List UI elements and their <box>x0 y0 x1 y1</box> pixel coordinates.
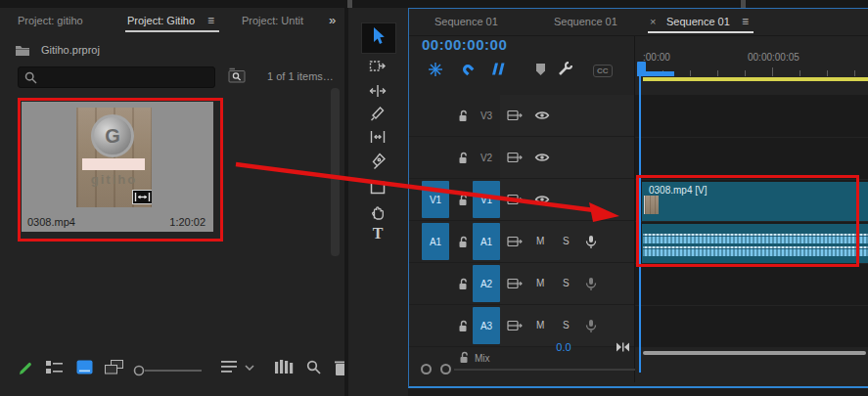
sync-lock-icon[interactable] <box>507 236 523 247</box>
selection-tool-icon[interactable] <box>369 26 387 44</box>
track-lock-icon[interactable] <box>457 152 469 164</box>
linked-selection-icon[interactable] <box>490 62 506 76</box>
zoom-handle-left[interactable] <box>421 364 432 374</box>
solo-track-button[interactable]: S <box>563 320 570 330</box>
nest-sequence-icon[interactable] <box>428 62 443 77</box>
sync-lock-icon[interactable] <box>507 320 523 331</box>
voiceover-mic-icon[interactable] <box>584 235 598 249</box>
track-target-v1[interactable]: V1 <box>473 181 500 218</box>
icon-view-icon[interactable] <box>76 360 93 374</box>
mute-track-button[interactable]: M <box>536 278 544 288</box>
zoom-scrollbar-track[interactable] <box>454 369 635 371</box>
source-patch-v1[interactable]: V1 <box>422 181 449 218</box>
track-select-forward-tool-icon[interactable] <box>369 58 387 75</box>
horizontal-scrollbar[interactable] <box>643 351 866 355</box>
slip-tool-icon[interactable] <box>369 128 387 146</box>
tab-sequence-2[interactable]: Sequence 01 <box>554 16 617 27</box>
panel-menu-icon[interactable]: ≡ <box>742 15 749 28</box>
sync-lock-icon[interactable] <box>507 278 523 289</box>
toggle-track-output-eye-icon[interactable] <box>534 110 550 120</box>
mix-volume-value[interactable]: 0.0 <box>534 341 593 353</box>
playhead-line[interactable] <box>639 62 641 373</box>
sync-lock-icon[interactable] <box>507 110 523 121</box>
track-lock-icon[interactable] <box>457 278 469 290</box>
tools-panel: T <box>348 8 408 396</box>
list-view-icon[interactable] <box>46 360 63 374</box>
timeline-audio-clip[interactable] <box>642 224 868 263</box>
track-lock-icon[interactable] <box>457 194 469 206</box>
voiceover-mic-icon[interactable] <box>584 319 598 333</box>
trash-icon[interactable] <box>335 360 344 375</box>
pen-tool-icon[interactable] <box>369 153 387 170</box>
track-target-v3[interactable]: V3 <box>473 95 500 136</box>
premiere-workspace: Project: gitiho Project: Gitiho ≡ Projec… <box>0 0 868 396</box>
mute-track-button[interactable]: M <box>536 236 544 246</box>
active-tab-underline <box>648 31 754 33</box>
read-write-pencil-icon[interactable] <box>18 360 34 376</box>
find-icon[interactable] <box>306 360 321 374</box>
voiceover-mic-icon[interactable] <box>584 277 598 291</box>
video-clip-label: 0308.mp4 [V] <box>649 185 707 196</box>
track-lock-icon[interactable] <box>457 110 469 122</box>
zoom-handle-right[interactable] <box>440 364 451 374</box>
rectangle-tool-icon[interactable] <box>369 180 387 198</box>
track-lock-icon[interactable] <box>458 351 470 364</box>
panel-menu-icon[interactable]: ≡ <box>207 14 214 27</box>
hand-tool-icon[interactable] <box>369 202 387 220</box>
razor-tool-icon[interactable] <box>369 105 387 122</box>
type-tool-icon[interactable]: T <box>369 225 387 242</box>
tab-sequence-3[interactable]: Sequence 01 <box>666 16 730 27</box>
track-lock-icon[interactable] <box>457 236 469 248</box>
track-header-a1: A1 A1 M S <box>409 221 640 263</box>
ruler-tick <box>745 70 746 76</box>
search-input[interactable] <box>42 68 210 86</box>
search-bin-icon[interactable] <box>228 67 246 83</box>
timeline-settings-wrench-icon[interactable] <box>557 61 573 77</box>
zoom-slider[interactable] <box>133 365 204 376</box>
solo-track-button[interactable]: S <box>563 278 570 288</box>
playhead-bar[interactable] <box>637 71 674 76</box>
video-clip-thumbnail <box>644 196 659 214</box>
playhead-timecode[interactable]: 00:00:00:00 <box>422 36 507 53</box>
ruler-tick <box>827 70 828 76</box>
captions-cc-icon[interactable]: CC <box>593 65 613 77</box>
tab-project-gitiho-1[interactable]: Project: gitiho <box>18 15 83 26</box>
timeline-video-clip[interactable]: 0308.mp4 [V] <box>642 182 868 221</box>
tab-close-icon[interactable]: × <box>650 16 656 27</box>
clip-thumbnail[interactable]: G gitiho <box>76 108 152 207</box>
sort-icon[interactable] <box>221 360 237 374</box>
tab-sequence-1[interactable]: Sequence 01 <box>434 16 498 27</box>
snap-magnet-icon[interactable] <box>460 62 476 77</box>
timeline-panel: Sequence 01 Sequence 01 × Sequence 01 ≡ … <box>408 8 868 388</box>
search-box[interactable] <box>18 66 215 88</box>
sync-lock-icon[interactable] <box>507 152 523 163</box>
project-clip-item[interactable]: G gitiho 0308.mp4 1:20:02 <box>22 102 213 232</box>
source-patch-a1[interactable]: A1 <box>422 223 449 260</box>
ruler-tick <box>717 70 718 76</box>
panel-divider <box>741 0 746 8</box>
tab-overflow-icon[interactable]: » <box>329 13 335 27</box>
ripple-edit-tool-icon[interactable] <box>369 82 387 100</box>
track-lock-icon[interactable] <box>457 320 469 332</box>
track-target-a1[interactable]: A1 <box>473 223 500 260</box>
ruler-label-0: :00:00 <box>643 52 670 63</box>
sync-lock-icon[interactable] <box>507 194 523 205</box>
project-scrollbar[interactable] <box>331 88 340 256</box>
solo-track-button[interactable]: S <box>563 236 570 246</box>
track-header-a3: A3 M S <box>409 305 640 347</box>
tab-project-untitled[interactable]: Project: Untit <box>242 15 303 26</box>
mute-track-button[interactable]: M <box>536 320 544 330</box>
freeform-view-icon[interactable] <box>105 360 123 374</box>
track-target-a3[interactable]: A3 <box>473 307 500 344</box>
add-marker-icon[interactable] <box>534 63 547 76</box>
chevron-down-icon[interactable] <box>245 365 254 371</box>
toggle-track-output-eye-icon[interactable] <box>534 153 550 162</box>
audio-waveform-left <box>643 234 868 243</box>
toggle-track-output-eye-icon[interactable] <box>534 195 550 204</box>
track-target-v2[interactable]: V2 <box>473 137 500 178</box>
fit-sequence-icon[interactable] <box>616 342 630 352</box>
tab-project-gitiho-2[interactable]: Project: Gitiho <box>127 15 195 26</box>
track-target-a2[interactable]: A2 <box>473 265 500 302</box>
automate-to-sequence-icon[interactable] <box>275 360 294 374</box>
project-folder-icon <box>15 43 30 57</box>
